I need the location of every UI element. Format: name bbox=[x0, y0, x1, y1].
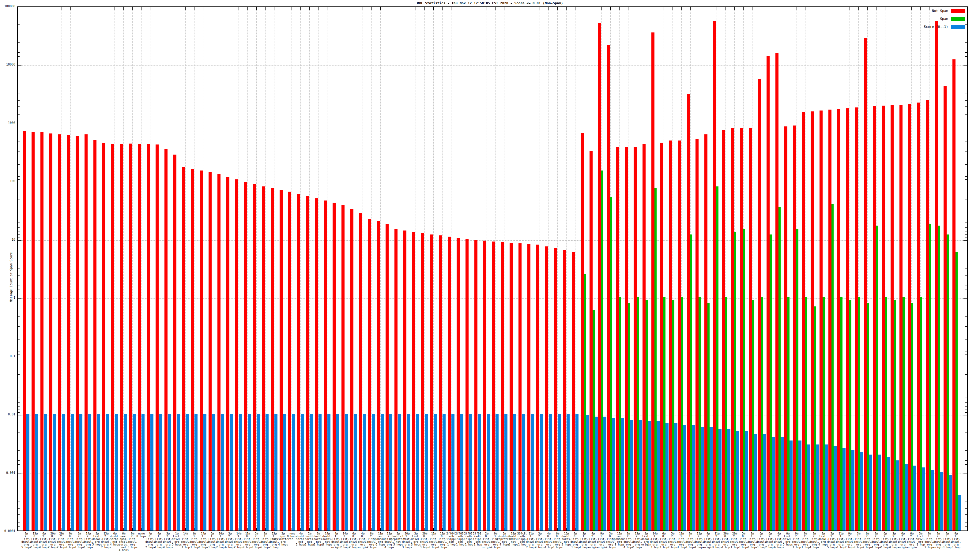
x-axis-tick bbox=[903, 7, 903, 10]
bar-not-spam bbox=[84, 134, 88, 530]
y-axis-minor-tick bbox=[18, 354, 20, 354]
bar-score bbox=[763, 434, 766, 530]
y-axis-minor-tick bbox=[965, 106, 967, 106]
bar-not-spam bbox=[332, 203, 336, 530]
y-axis-minor-tick bbox=[18, 268, 20, 268]
y-axis-tick-label: 1 bbox=[0, 296, 15, 299]
y-axis-minor-tick bbox=[18, 326, 20, 327]
bar-score bbox=[239, 414, 242, 530]
bar-score bbox=[79, 414, 83, 530]
bar-score bbox=[558, 414, 561, 530]
x-axis-tick bbox=[212, 7, 212, 10]
y-axis-minor-tick bbox=[965, 412, 967, 413]
y-gridline bbox=[18, 124, 967, 124]
y-axis-minor-tick bbox=[18, 100, 20, 101]
bar-spam bbox=[788, 297, 789, 530]
x-axis-tick bbox=[88, 7, 88, 10]
bar-not-spam bbox=[802, 112, 805, 530]
y-gridline bbox=[18, 182, 967, 182]
bar-score bbox=[345, 414, 348, 530]
x-axis-tick bbox=[283, 7, 283, 10]
bar-spam bbox=[920, 297, 922, 530]
y-axis-minor-tick bbox=[965, 468, 967, 468]
bar-score bbox=[639, 420, 642, 530]
bar-not-spam bbox=[58, 134, 61, 530]
x-axis-tick bbox=[62, 7, 62, 10]
bar-not-spam bbox=[342, 205, 345, 530]
y-axis-minor-tick bbox=[965, 114, 967, 115]
y-axis-major-tick bbox=[964, 65, 967, 65]
bar-score bbox=[789, 440, 792, 530]
y-axis-minor-tick bbox=[18, 121, 20, 121]
y-axis-minor-tick bbox=[965, 141, 967, 141]
bar-score bbox=[630, 420, 633, 530]
y-axis-minor-tick bbox=[965, 450, 967, 451]
bar-not-spam bbox=[784, 126, 788, 530]
x-axis-tick bbox=[354, 7, 354, 10]
bar-score bbox=[958, 495, 961, 530]
bar-score bbox=[62, 414, 65, 530]
bar-score bbox=[772, 437, 775, 530]
bar-score bbox=[372, 414, 375, 530]
bar-not-spam bbox=[111, 144, 114, 530]
y-axis-minor-tick bbox=[965, 392, 967, 392]
bar-not-spam bbox=[350, 209, 353, 530]
bar-score bbox=[869, 454, 872, 530]
bar-not-spam bbox=[527, 244, 530, 530]
bar-score bbox=[389, 414, 392, 530]
y-axis-minor-tick bbox=[18, 93, 20, 94]
bar-not-spam bbox=[271, 188, 274, 530]
bar-not-spam bbox=[49, 133, 52, 530]
bar-not-spam bbox=[758, 79, 761, 530]
bar-score bbox=[540, 414, 543, 530]
bar-not-spam bbox=[448, 237, 451, 530]
bar-score bbox=[292, 414, 295, 530]
y-axis-major-tick bbox=[18, 124, 21, 124]
bar-score bbox=[469, 414, 472, 530]
bar-spam bbox=[796, 229, 799, 530]
bar-score bbox=[318, 414, 321, 530]
y-axis-minor-tick bbox=[18, 491, 20, 491]
bar-not-spam bbox=[837, 109, 840, 530]
bar-score bbox=[452, 414, 455, 530]
y-axis-minor-tick bbox=[18, 529, 20, 529]
y-axis-minor-tick bbox=[965, 118, 967, 118]
y-axis-minor-tick bbox=[18, 114, 20, 115]
x-axis-tick bbox=[203, 7, 204, 10]
bar-score bbox=[513, 414, 516, 530]
x-axis-tick bbox=[106, 7, 106, 10]
y-axis-minor-tick bbox=[965, 83, 967, 83]
bar-not-spam bbox=[138, 144, 141, 530]
y-axis-minor-tick bbox=[18, 141, 20, 141]
bar-score bbox=[283, 414, 286, 530]
legend-label: Not Spam bbox=[932, 9, 948, 13]
y-axis-minor-tick bbox=[18, 443, 20, 443]
x-axis-tick bbox=[309, 7, 310, 10]
y-axis-minor-tick bbox=[18, 344, 20, 344]
bar-not-spam bbox=[412, 232, 415, 530]
bar-score bbox=[407, 414, 410, 530]
y-axis-minor-tick bbox=[965, 63, 967, 63]
y-axis-minor-tick bbox=[18, 526, 20, 527]
y-axis-minor-tick bbox=[965, 164, 967, 165]
bar-not-spam bbox=[767, 56, 770, 530]
bar-score bbox=[736, 431, 739, 530]
bar-not-spam bbox=[598, 23, 601, 530]
y-axis-minor-tick bbox=[965, 491, 967, 491]
y-axis-minor-tick bbox=[18, 200, 20, 200]
bar-spam bbox=[885, 297, 887, 530]
x-axis-tick bbox=[371, 7, 372, 10]
bar-not-spam bbox=[492, 241, 495, 530]
bar-score bbox=[727, 429, 730, 530]
bar-not-spam bbox=[572, 252, 575, 530]
bar-not-spam bbox=[474, 240, 477, 530]
bar-not-spam bbox=[421, 233, 424, 530]
bar-spam bbox=[876, 225, 878, 530]
y-axis-minor-tick bbox=[965, 348, 967, 348]
x-axis-tick bbox=[115, 7, 115, 10]
bar-not-spam bbox=[899, 105, 902, 530]
bar-score bbox=[665, 423, 668, 530]
y-axis-minor-tick bbox=[18, 351, 20, 351]
bar-not-spam bbox=[519, 243, 522, 530]
bar-spam bbox=[902, 297, 905, 530]
